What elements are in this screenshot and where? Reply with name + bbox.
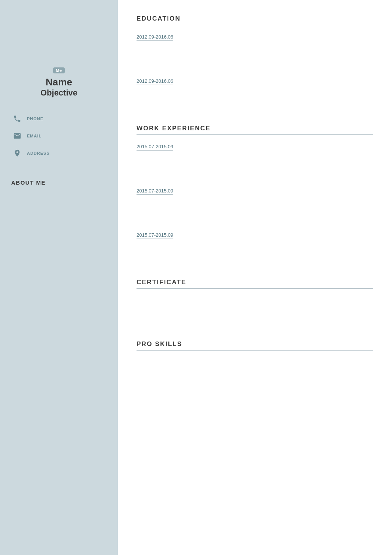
work-date-1: 2015.07-2015.09 bbox=[137, 144, 173, 151]
address-icon bbox=[11, 147, 23, 159]
pro-skills-spacer bbox=[137, 359, 373, 389]
education-entry-2: 2012.09-2016.06 bbox=[137, 78, 373, 111]
main-content: EDUCATION 2012.09-2016.06 2012.09-2016.0… bbox=[118, 0, 392, 555]
avatar-badge: Me bbox=[53, 67, 64, 73]
email-label: EMAIL bbox=[27, 134, 42, 138]
work-entry-1-spacer bbox=[137, 154, 373, 177]
phone-icon bbox=[11, 113, 23, 125]
certificate-spacer bbox=[137, 297, 373, 327]
profile-name: Name bbox=[46, 76, 72, 88]
address-contact: ADDRESS bbox=[11, 147, 107, 159]
phone-label: PHONE bbox=[27, 116, 43, 121]
work-entry-3-spacer bbox=[137, 243, 373, 265]
about-title: ABOUT ME bbox=[11, 179, 107, 186]
email-icon bbox=[11, 130, 23, 142]
address-label: ADDRESS bbox=[27, 151, 50, 155]
profile-area: Me Name Objective bbox=[11, 67, 107, 98]
education-entry-1-spacer bbox=[137, 45, 373, 67]
work-experience-title: WORK EXPERIENCE bbox=[137, 125, 373, 135]
pro-skills-section: PRO SKILLS bbox=[137, 340, 373, 389]
work-entry-3: 2015.07-2015.09 bbox=[137, 231, 373, 265]
work-date-3: 2015.07-2015.09 bbox=[137, 232, 173, 239]
profile-objective: Objective bbox=[40, 88, 77, 98]
work-entry-1: 2015.07-2015.09 bbox=[137, 143, 373, 177]
work-entry-2-spacer bbox=[137, 198, 373, 221]
pro-skills-title: PRO SKILLS bbox=[137, 340, 373, 351]
contact-section: PHONE EMAIL ADDRESS bbox=[11, 113, 107, 164]
work-date-2: 2015.07-2015.09 bbox=[137, 188, 173, 195]
education-date-2: 2012.09-2016.06 bbox=[137, 78, 173, 85]
education-section: EDUCATION 2012.09-2016.06 2012.09-2016.0… bbox=[137, 15, 373, 111]
certificate-section: CERTIFICATE bbox=[137, 279, 373, 327]
about-section: ABOUT ME bbox=[11, 179, 107, 190]
work-experience-section: WORK EXPERIENCE 2015.07-2015.09 2015.07-… bbox=[137, 125, 373, 265]
sidebar: Me Name Objective PHONE EMAIL bbox=[0, 0, 118, 555]
education-date-1: 2012.09-2016.06 bbox=[137, 34, 173, 41]
education-entry-2-spacer bbox=[137, 89, 373, 111]
phone-contact: PHONE bbox=[11, 113, 107, 125]
education-entry-1: 2012.09-2016.06 bbox=[137, 33, 373, 67]
certificate-title: CERTIFICATE bbox=[137, 279, 373, 289]
work-entry-2: 2015.07-2015.09 bbox=[137, 187, 373, 221]
education-title: EDUCATION bbox=[137, 15, 373, 25]
email-contact: EMAIL bbox=[11, 130, 107, 142]
